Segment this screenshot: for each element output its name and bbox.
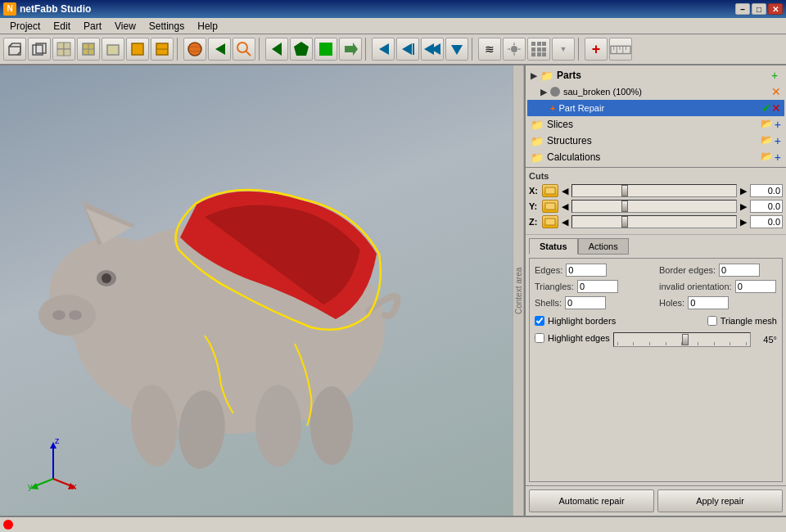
slices-add-icon[interactable]: +	[775, 118, 781, 131]
cut-y-left-arrow[interactable]: ◀	[562, 201, 568, 212]
cut-z-value[interactable]: 0.0	[750, 215, 783, 228]
tab-actions[interactable]: Actions	[578, 238, 629, 255]
calculations-folder-row[interactable]: 📁 Calculations 📂 +	[527, 149, 784, 165]
toolbar-btn-arrow-blue-left2[interactable]	[396, 38, 419, 61]
window-controls: – □ ✕	[735, 3, 783, 15]
app-icon: N	[3, 2, 16, 16]
highlight-edges-checkbox[interactable]	[535, 333, 544, 343]
svg-marker-25	[402, 43, 412, 55]
shells-value: 0	[565, 296, 606, 309]
highlight-edges-row: Highlight edges	[535, 333, 610, 343]
toolbar-btn-grid[interactable]	[527, 38, 550, 61]
structures-folder-row[interactable]: 📁 Structures 📂 +	[527, 133, 784, 149]
holes-label: Holes:	[659, 298, 684, 308]
parts-tree-header: ▶ 📁 Parts +	[527, 67, 784, 83]
close-button[interactable]: ✕	[768, 3, 783, 15]
cut-x-left-arrow[interactable]: ◀	[562, 186, 568, 196]
calculations-add-icon[interactable]: +	[775, 151, 781, 164]
toolbar-btn-sphere[interactable]	[183, 38, 206, 61]
svg-marker-24	[379, 43, 389, 55]
cut-y-value[interactable]: 0.0	[750, 200, 783, 213]
apply-repair-button[interactable]: Apply repair	[657, 489, 783, 512]
toolbar-separator-5	[578, 38, 581, 61]
angle-slider[interactable]	[613, 332, 751, 347]
cuts-section: Cuts X: ◀ ▶ 0.0 Y: ◀	[526, 168, 786, 235]
cut-z-thumb[interactable]	[621, 216, 628, 228]
cut-x-thumb[interactable]	[621, 185, 628, 196]
calculations-open-icon[interactable]: 📂	[761, 151, 773, 164]
right-panel: ▶ 📁 Parts + ▶ sau_broken (100%) ✕ + Part…	[524, 65, 786, 516]
toolbar-btn-box7[interactable]	[151, 38, 174, 61]
cut-x-toggle[interactable]	[542, 184, 558, 197]
svg-point-58	[310, 386, 353, 465]
cut-x-value[interactable]: 0.0	[750, 184, 783, 197]
highlight-borders-checkbox[interactable]	[535, 316, 544, 326]
cut-y-slider[interactable]	[571, 200, 737, 213]
menu-project[interactable]: Project	[3, 19, 47, 34]
toolbar-btn-box2[interactable]	[28, 38, 51, 61]
toolbar-btn-plus-red[interactable]: +	[585, 38, 608, 61]
parts-add-button[interactable]: +	[768, 69, 781, 82]
part-repair-plus-icon: +	[550, 103, 555, 113]
toolbar-btn-arrow-blue-left[interactable]	[372, 38, 395, 61]
toolbar-btn-front[interactable]	[3, 38, 26, 61]
toolbar-btn-arrow-left[interactable]	[208, 38, 231, 61]
cut-z-right-arrow[interactable]: ▶	[740, 217, 747, 228]
toolbar-btn-box4[interactable]	[77, 38, 100, 61]
toolbar-btn-ruler[interactable]	[609, 38, 632, 61]
svg-rect-69	[545, 203, 555, 210]
structures-label: Structures	[547, 135, 592, 147]
slices-open-icon[interactable]: 📂	[761, 118, 773, 131]
part-repair-check-icon[interactable]: ✔	[761, 101, 771, 115]
3d-viewport[interactable]: z y x	[0, 65, 513, 516]
cut-z-left-arrow[interactable]: ◀	[562, 217, 568, 228]
slices-folder-row[interactable]: 📁 Slices 📂 +	[527, 116, 784, 133]
toolbar-btn-pentagon[interactable]	[290, 38, 313, 61]
tab-status[interactable]: Status	[529, 238, 578, 255]
toolbar-btn-magnify[interactable]	[233, 38, 255, 61]
automatic-repair-button[interactable]: Automatic repair	[529, 489, 654, 512]
menu-edit[interactable]: Edit	[47, 19, 77, 34]
toolbar-btn-wave[interactable]: ≋	[478, 38, 501, 61]
menu-help[interactable]: Help	[191, 19, 224, 34]
calculations-label: Calculations	[547, 151, 600, 163]
highlight-borders-row: Highlight borders	[535, 316, 616, 326]
toolbar-btn-arrow-blue-left3[interactable]	[421, 38, 444, 61]
cut-x-right-arrow[interactable]: ▶	[740, 186, 747, 196]
svg-point-52	[102, 273, 111, 283]
cuts-title: Cuts	[529, 171, 783, 181]
svg-rect-5	[64, 43, 70, 49]
triangle-mesh-row: Triangle mesh	[707, 316, 777, 326]
toolbar-btn-down-arrow[interactable]	[445, 38, 468, 61]
structures-add-icon[interactable]: +	[775, 134, 781, 147]
cut-z-toggle[interactable]	[542, 215, 558, 228]
tree-row-sau-broken[interactable]: ▶ sau_broken (100%) ✕	[527, 83, 784, 100]
toolbar-btn-box5[interactable]	[102, 38, 124, 61]
minimize-button[interactable]: –	[735, 3, 750, 15]
toolbar-btn-nav-left[interactable]	[265, 38, 288, 61]
tree-row-part-repair[interactable]: + Part Repair ✔ ✕	[527, 100, 784, 116]
toolbar-btn-square-green[interactable]	[314, 38, 337, 61]
toolbar-btn-arrow-right-tail[interactable]	[339, 38, 362, 61]
cut-z-slider[interactable]	[571, 215, 737, 228]
menu-view[interactable]: View	[108, 19, 142, 34]
cut-y-toggle[interactable]	[542, 200, 558, 213]
part-repair-remove-icon[interactable]: ✕	[771, 101, 781, 115]
cut-x-slider[interactable]	[571, 184, 737, 197]
menu-settings[interactable]: Settings	[142, 19, 191, 34]
menu-part[interactable]: Part	[77, 19, 108, 34]
toolbar-btn-grid-arrow[interactable]: ▼	[552, 38, 575, 61]
toolbar-btn-box6[interactable]	[126, 38, 149, 61]
structures-open-icon[interactable]: 📂	[761, 134, 773, 147]
svg-marker-23	[345, 43, 358, 56]
sau-remove-icon[interactable]: ✕	[771, 85, 781, 98]
cut-y-thumb[interactable]	[621, 201, 628, 212]
toolbar-btn-box3[interactable]	[52, 38, 75, 61]
expand-chevron[interactable]: ▶	[531, 71, 537, 80]
cut-y-right-arrow[interactable]: ▶	[740, 201, 747, 212]
toolbar-btn-gear[interactable]	[503, 38, 526, 61]
triangle-mesh-checkbox[interactable]	[707, 316, 717, 326]
maximize-button[interactable]: □	[752, 3, 766, 15]
svg-rect-33	[542, 42, 546, 46]
context-area-label: Context area	[513, 65, 524, 516]
